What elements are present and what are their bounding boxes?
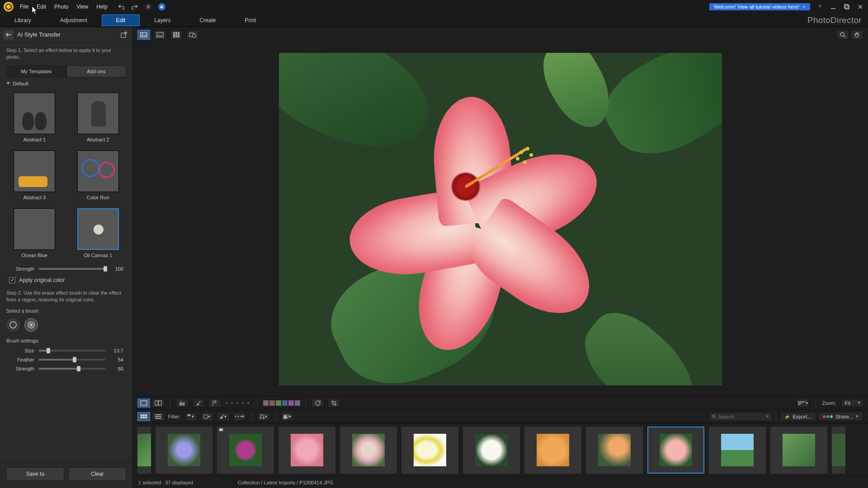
- help-icon[interactable]: ?: [816, 3, 824, 11]
- sidebar-scroll[interactable]: Step 1. Select an effect below to apply …: [0, 42, 132, 462]
- histogram-icon[interactable]: [176, 399, 189, 408]
- filmstrip-thumb[interactable]: [463, 427, 520, 474]
- strength-slider[interactable]: [39, 268, 105, 270]
- notification-bell-icon[interactable]: [158, 3, 165, 10]
- svg-point-6: [142, 33, 143, 34]
- filmstrip-grid-icon[interactable]: [137, 412, 150, 421]
- menu-file[interactable]: File: [20, 4, 28, 10]
- brush-icon[interactable]: [192, 399, 205, 408]
- filmstrip-thumb[interactable]: [586, 427, 643, 474]
- filmstrip-thumb[interactable]: [217, 427, 274, 474]
- brush-paint-icon[interactable]: [6, 318, 20, 332]
- rating-dots[interactable]: [225, 401, 252, 405]
- window-close-icon[interactable]: [856, 3, 864, 11]
- filmstrip-thumb[interactable]: [524, 427, 581, 474]
- apply-original-color-row[interactable]: Apply original color: [6, 273, 126, 290]
- undo-icon[interactable]: [118, 3, 125, 10]
- caret-down-icon: [6, 82, 10, 84]
- template-abstract-2[interactable]: Abstract 2: [72, 93, 125, 142]
- mode-tab-print[interactable]: Print: [230, 14, 270, 26]
- menu-help[interactable]: Help: [96, 4, 108, 10]
- filmstrip-thumb[interactable]: [770, 427, 827, 474]
- settings-gear-icon[interactable]: [145, 3, 152, 10]
- save-to-button[interactable]: Save to: [6, 467, 64, 481]
- menu-photo[interactable]: Photo: [54, 4, 68, 10]
- menu-view[interactable]: View: [76, 4, 88, 10]
- window-minimize-icon[interactable]: [829, 3, 837, 11]
- mode-tab-layers[interactable]: Layers: [140, 14, 185, 26]
- swatch-red[interactable]: [269, 400, 275, 406]
- flag-icon[interactable]: [208, 399, 221, 408]
- brush-strength-slider[interactable]: [39, 368, 105, 370]
- share-button[interactable]: Share... ▾: [818, 412, 863, 421]
- section-label: Default: [13, 81, 28, 86]
- view-single-icon[interactable]: [137, 30, 150, 40]
- swatch-blue[interactable]: [282, 400, 288, 406]
- compare-split-icon[interactable]: [152, 399, 165, 408]
- filmstrip-thumb[interactable]: [278, 427, 335, 474]
- filmstrip-list-icon[interactable]: [152, 412, 165, 421]
- search-input[interactable]: [718, 414, 763, 419]
- welcome-banner[interactable]: Welcome! View all tutorial videos here! …: [709, 3, 810, 10]
- mode-tab-create[interactable]: Create: [185, 14, 230, 26]
- swatch-none[interactable]: [263, 400, 269, 406]
- tab-my-templates[interactable]: My Templates: [6, 66, 66, 77]
- filter-edit-dropdown[interactable]: ▾: [217, 412, 230, 421]
- view-grid-icon[interactable]: [170, 30, 183, 40]
- menu-edit[interactable]: Edit: [37, 4, 46, 10]
- swatch-purple[interactable]: [288, 400, 294, 406]
- filmstrip[interactable]: [133, 423, 868, 476]
- filter-bar: Filter: ▾ ▾ ▾ • • •▾ ▾ ▾ × Export...: [133, 409, 868, 423]
- compare-single-icon[interactable]: [137, 399, 150, 408]
- checkbox-checked-icon[interactable]: [9, 277, 15, 283]
- swatch-green[interactable]: [276, 400, 281, 406]
- template-abstract-1[interactable]: Abstract 1: [8, 93, 61, 142]
- template-oil-canvas-1[interactable]: Oil Canvas 1: [72, 208, 125, 258]
- tab-add-ons[interactable]: Add-ons: [66, 66, 127, 77]
- clear-button[interactable]: Clear: [69, 467, 127, 481]
- redo-icon[interactable]: [131, 3, 138, 10]
- filmstrip-thumb[interactable]: [156, 427, 212, 474]
- view-secondary-icon[interactable]: [186, 30, 199, 40]
- crop-icon[interactable]: [328, 399, 340, 408]
- stack-dropdown[interactable]: ▾: [281, 412, 294, 421]
- filter-rating-dropdown[interactable]: • • •▾: [233, 412, 246, 421]
- filter-label-dropdown[interactable]: ▾: [201, 412, 213, 421]
- template-color-run[interactable]: Color Run: [72, 150, 125, 200]
- filter-flag-dropdown[interactable]: ▾: [184, 412, 197, 421]
- brush-feather-slider[interactable]: [39, 359, 105, 361]
- sort-order-dropdown[interactable]: ▾: [257, 412, 270, 421]
- popout-icon[interactable]: [119, 30, 129, 40]
- sidebar: AI Style Transfer Step 1. Select an effe…: [0, 27, 133, 488]
- mode-tab-edit[interactable]: Edit: [102, 14, 140, 26]
- filmstrip-thumb[interactable]: [137, 427, 151, 474]
- search-box[interactable]: ×: [709, 412, 772, 421]
- mode-tab-adjustment[interactable]: Adjustment: [46, 14, 102, 26]
- filmstrip-thumb[interactable]: [709, 427, 766, 474]
- zoom-tool-icon[interactable]: [836, 30, 849, 40]
- mode-tabs: Library Adjustment Edit Layers Create Pr…: [0, 14, 270, 26]
- template-ocean-blue[interactable]: Ocean Blue: [8, 208, 61, 258]
- svg-rect-10: [175, 32, 177, 34]
- window-maximize-icon[interactable]: [843, 3, 851, 11]
- filmstrip-thumb-selected[interactable]: [647, 427, 704, 474]
- brush-erase-icon[interactable]: [24, 318, 38, 332]
- view-compare-icon[interactable]: [154, 30, 166, 40]
- welcome-close-icon[interactable]: ×: [803, 4, 806, 9]
- brush-size-slider[interactable]: [39, 350, 105, 352]
- export-button[interactable]: Export...: [780, 412, 816, 421]
- zoom-select[interactable]: Fit: [841, 399, 863, 407]
- search-clear-icon[interactable]: ×: [765, 413, 769, 420]
- filmstrip-thumb[interactable]: [832, 427, 845, 474]
- filmstrip-thumb[interactable]: [340, 427, 397, 474]
- sort-menu-icon[interactable]: ▾: [797, 399, 809, 408]
- canvas[interactable]: [133, 42, 868, 396]
- hand-tool-icon[interactable]: [851, 30, 863, 40]
- swatch-gray[interactable]: [295, 400, 300, 406]
- section-default[interactable]: Default: [6, 78, 126, 89]
- mode-tab-library[interactable]: Library: [0, 14, 46, 26]
- back-button[interactable]: [4, 30, 14, 40]
- filmstrip-thumb[interactable]: [401, 427, 458, 474]
- template-abstract-3[interactable]: Abstract 3: [8, 150, 61, 200]
- rotate-icon[interactable]: [311, 399, 324, 408]
